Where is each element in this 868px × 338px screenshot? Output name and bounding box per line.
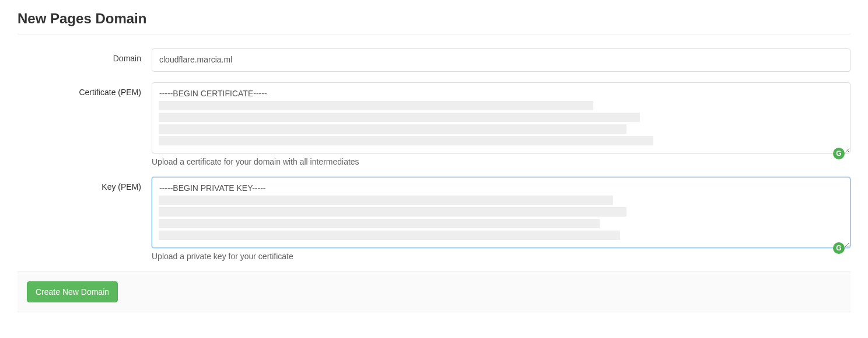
- domain-input[interactable]: [152, 48, 850, 72]
- form-row-key: Key (PEM) -----BEGIN PRIVATE KEY----- G …: [18, 177, 850, 261]
- key-help: Upload a private key for your certificat…: [152, 252, 850, 261]
- domain-label: Domain: [18, 48, 152, 63]
- page-title: New Pages Domain: [18, 11, 850, 27]
- create-new-domain-button[interactable]: Create New Domain: [27, 281, 118, 302]
- form-footer: Create New Domain: [18, 271, 850, 312]
- form-row-domain: Domain: [18, 48, 850, 72]
- certificate-help: Upload a certificate for your domain wit…: [152, 157, 850, 166]
- key-textarea[interactable]: -----BEGIN PRIVATE KEY-----: [152, 177, 850, 248]
- key-label: Key (PEM): [18, 177, 152, 191]
- certificate-textarea[interactable]: -----BEGIN CERTIFICATE-----: [152, 82, 850, 154]
- form-row-certificate: Certificate (PEM) -----BEGIN CERTIFICATE…: [18, 82, 850, 166]
- certificate-label: Certificate (PEM): [18, 82, 152, 97]
- divider: [18, 34, 850, 34]
